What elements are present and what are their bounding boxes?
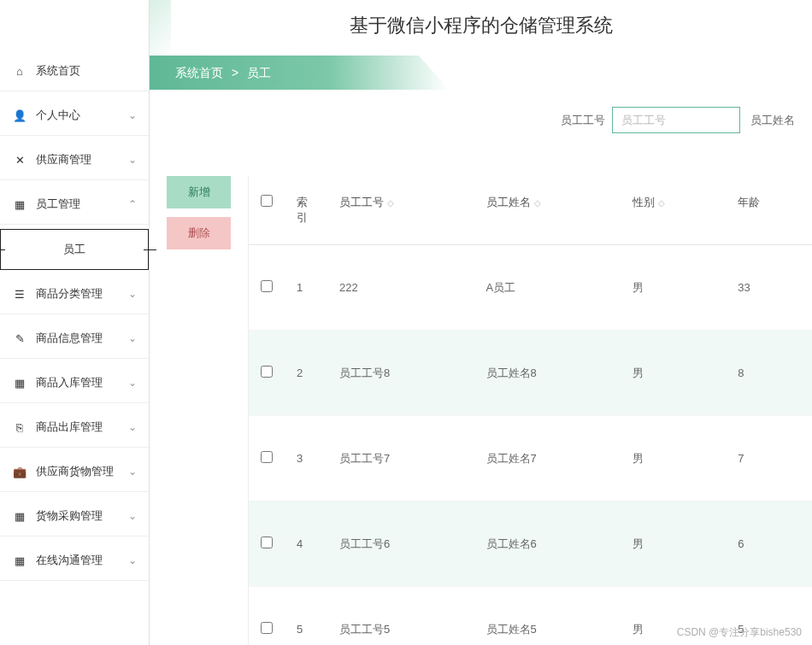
- cell-id: 222: [327, 245, 474, 331]
- row-checkbox[interactable]: [261, 280, 273, 292]
- breadcrumb-home-link[interactable]: 系统首页: [175, 66, 223, 79]
- sidebar-item-inbound[interactable]: ▦ 商品入库管理 ⌄: [0, 363, 149, 403]
- cell-index: 2: [285, 331, 327, 416]
- cell-index: 4: [285, 501, 327, 587]
- sidebar-subitem-employee[interactable]: 员工: [0, 229, 149, 270]
- cell-id: 员工工号5: [327, 587, 474, 646]
- search-id-input[interactable]: [612, 107, 740, 133]
- chevron-down-icon: ⌄: [128, 554, 137, 566]
- search-id-label: 员工工号: [561, 113, 605, 128]
- data-table-wrap[interactable]: 索引 员工工号◇ 员工姓名◇ 性别◇ 年龄 1 222 A员工 男 33 2 员…: [248, 176, 812, 645]
- box-icon: ✕: [12, 152, 27, 167]
- sort-icon[interactable]: ◇: [387, 199, 394, 208]
- cell-gender: 男: [621, 245, 726, 331]
- row-checkbox[interactable]: [261, 366, 273, 378]
- person-card-icon: ✎: [12, 331, 27, 346]
- sidebar-item-chat[interactable]: ▦ 在线沟通管理 ⌄: [0, 541, 149, 581]
- breadcrumb-sep: >: [232, 66, 238, 79]
- watermark: CSDN @专注分享bishe530: [677, 625, 802, 640]
- chevron-down-icon: ⌄: [128, 377, 137, 389]
- table-row[interactable]: 4 员工工号6 员工姓名6 男 6: [249, 501, 812, 587]
- cell-index: 3: [285, 416, 327, 501]
- grid-icon: ▦: [12, 196, 27, 212]
- cell-index: 5: [285, 587, 327, 646]
- search-bar: 员工工号 员工姓名: [150, 98, 812, 142]
- sidebar-item-label: 商品信息管理: [36, 331, 128, 346]
- sidebar-item-label: 供应商管理: [36, 152, 128, 167]
- action-column: 新增 删除: [167, 176, 231, 645]
- chevron-down-icon: ⌄: [128, 332, 137, 344]
- sidebar-item-label: 商品分类管理: [36, 286, 128, 302]
- grid-icon: ▦: [12, 375, 27, 390]
- cell-gender: 男: [621, 331, 726, 416]
- select-all-checkbox[interactable]: [261, 195, 273, 207]
- row-checkbox[interactable]: [261, 622, 273, 634]
- main-content: 基于微信小程序的仓储管理系统 系统首页 > 员工 员工工号 员工姓名 新增 删: [150, 0, 812, 645]
- sidebar-item-label: 商品入库管理: [36, 375, 128, 390]
- sidebar-item-home[interactable]: ⌂ 系统首页: [0, 51, 149, 91]
- cell-id: 员工工号7: [327, 416, 474, 501]
- header-age[interactable]: 年龄: [726, 176, 812, 245]
- search-name-label: 员工姓名: [750, 113, 795, 128]
- header-id[interactable]: 员工工号◇: [327, 176, 474, 245]
- header-gender[interactable]: 性别◇: [621, 176, 726, 245]
- cell-age: 6: [726, 501, 812, 587]
- chevron-down-icon: ⌄: [128, 109, 137, 121]
- chevron-down-icon: ⌄: [128, 288, 137, 300]
- row-checkbox[interactable]: [261, 451, 273, 463]
- cell-gender: 男: [621, 416, 726, 501]
- sidebar-item-category[interactable]: ☰ 商品分类管理 ⌄: [0, 274, 149, 314]
- cell-age: 7: [726, 416, 812, 501]
- header-checkbox[interactable]: [249, 176, 285, 245]
- cell-gender: 男: [621, 501, 726, 587]
- sidebar-item-product-info[interactable]: ✎ 商品信息管理 ⌄: [0, 319, 149, 359]
- sort-icon[interactable]: ◇: [658, 199, 665, 208]
- cell-age: 8: [726, 331, 812, 416]
- sort-icon[interactable]: ◇: [534, 199, 541, 208]
- table-row[interactable]: 3 员工工号7 员工姓名7 男 7: [249, 416, 812, 501]
- chevron-down-icon: ⌄: [128, 421, 137, 433]
- sidebar-item-label: 供应商货物管理: [36, 464, 128, 479]
- delete-button[interactable]: 删除: [167, 217, 231, 249]
- breadcrumb-current: 员工: [247, 66, 271, 79]
- header-name[interactable]: 员工姓名◇: [474, 176, 621, 245]
- cell-name: 员工姓名7: [474, 416, 621, 501]
- sidebar-item-supplier[interactable]: ✕ 供应商管理 ⌄: [0, 140, 149, 180]
- row-checkbox[interactable]: [261, 537, 273, 548]
- cell-index: 1: [285, 245, 327, 331]
- cell-name: 员工姓名8: [474, 331, 621, 416]
- sidebar-item-supplier-goods[interactable]: 💼 供应商货物管理 ⌄: [0, 452, 149, 492]
- cell-id: 员工工号8: [327, 331, 474, 416]
- grid-icon: ▦: [12, 553, 27, 568]
- list-icon: ☰: [12, 286, 27, 302]
- header-index[interactable]: 索引: [285, 176, 327, 245]
- chevron-down-icon: ⌄: [128, 510, 137, 522]
- table-row[interactable]: 2 员工工号8 员工姓名8 男 8: [249, 331, 812, 416]
- sidebar-item-outbound[interactable]: ⎘ 商品出库管理 ⌄: [0, 408, 149, 448]
- person-icon: 👤: [12, 108, 27, 123]
- sidebar-item-label: 货物采购管理: [36, 508, 128, 524]
- table-row[interactable]: 1 222 A员工 男 33: [249, 245, 812, 331]
- cell-name: A员工: [474, 245, 621, 331]
- cell-name: 员工姓名6: [474, 501, 621, 587]
- breadcrumb: 系统首页 > 员工: [150, 56, 812, 90]
- briefcase-icon: 💼: [12, 464, 27, 479]
- chevron-down-icon: ⌄: [128, 466, 137, 478]
- chevron-up-icon: ⌃: [128, 198, 137, 210]
- employee-table: 索引 员工工号◇ 员工姓名◇ 性别◇ 年龄 1 222 A员工 男 33 2 员…: [249, 176, 812, 645]
- sidebar-item-profile[interactable]: 👤 个人中心 ⌄: [0, 96, 149, 136]
- chevron-down-icon: ⌄: [128, 154, 137, 166]
- cell-id: 员工工号6: [327, 501, 474, 587]
- sidebar-item-label: 商品出库管理: [36, 419, 128, 435]
- sidebar-item-label: 系统首页: [36, 63, 137, 79]
- sidebar: ⌂ 系统首页 👤 个人中心 ⌄ ✕ 供应商管理 ⌄ ▦ 员工管理 ⌃ 员工 ☰ …: [0, 0, 150, 645]
- home-icon: ⌂: [12, 63, 27, 79]
- sidebar-item-procurement[interactable]: ▦ 货物采购管理 ⌄: [0, 496, 149, 537]
- sidebar-item-employee[interactable]: ▦ 员工管理 ⌃: [0, 185, 149, 225]
- page-title: 基于微信小程序的仓储管理系统: [150, 0, 812, 47]
- sidebar-item-label: 员工管理: [36, 196, 128, 212]
- cell-age: 33: [726, 245, 812, 331]
- add-button[interactable]: 新增: [167, 176, 231, 208]
- sidebar-item-label: 在线沟通管理: [36, 553, 128, 568]
- copy-icon: ⎘: [12, 419, 27, 435]
